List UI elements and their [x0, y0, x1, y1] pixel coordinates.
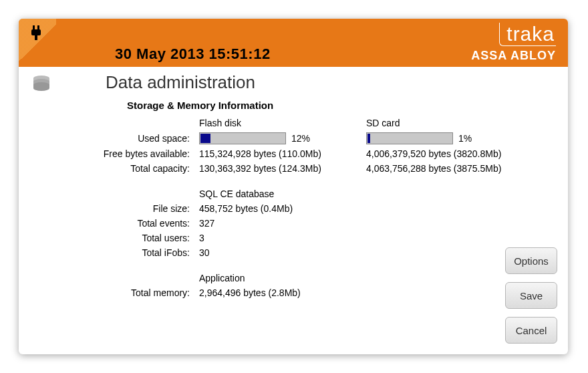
button-column: Options Save Cancel: [505, 247, 557, 344]
col-sd-header: SD card: [366, 118, 540, 128]
flash-progress: [199, 132, 286, 144]
total-ifobs-value: 30: [199, 247, 359, 258]
total-memory-label: Total memory:: [59, 287, 192, 298]
flash-free-value: 115,324,928 bytes (110.0Mb): [199, 148, 359, 159]
sd-used-pct: 1%: [458, 133, 472, 144]
total-events-label: Total events:: [59, 218, 192, 229]
svg-rect-3: [35, 35, 37, 40]
info-grid: Flash disk SD card Used space: 12% 1% Fr…: [59, 118, 555, 298]
brand-traka: traka: [499, 23, 556, 46]
plug-icon: [29, 25, 43, 44]
page-title: Data administration: [106, 72, 555, 93]
admin-window: 30 May 2013 15:51:12 traka ASSA ABLOY Da…: [19, 19, 568, 354]
page-subtitle: Storage & Memory Information: [127, 100, 555, 111]
total-users-value: 3: [199, 233, 359, 243]
total-capacity-label: Total capacity:: [59, 163, 192, 174]
db-heading: SQL CE database: [199, 189, 359, 199]
flash-progress-fill: [200, 134, 210, 143]
datetime: 30 May 2013 15:51:12: [115, 45, 271, 63]
total-memory-value: 2,964,496 bytes (2.8Mb): [199, 287, 359, 298]
sd-total-value: 4,063,756,288 bytes (3875.5Mb): [366, 163, 540, 174]
sd-progress: [366, 132, 453, 144]
file-size-label: File size:: [59, 203, 192, 214]
options-button[interactable]: Options: [505, 247, 557, 274]
sd-used-cell: 1%: [366, 132, 540, 144]
sd-free-value: 4,006,379,520 bytes (3820.8Mb): [366, 148, 540, 159]
file-size-value: 458,752 bytes (0.4Mb): [199, 203, 359, 214]
sd-progress-fill: [368, 134, 370, 143]
svg-rect-0: [33, 25, 35, 29]
save-button[interactable]: Save: [505, 282, 557, 309]
brand-block: traka ASSA ABLOY: [471, 23, 556, 63]
flash-used-cell: 12%: [199, 132, 359, 144]
used-space-label: Used space:: [59, 133, 192, 144]
col-flash-header: Flash disk: [199, 118, 359, 128]
cancel-button[interactable]: Cancel: [505, 317, 557, 344]
content: Data administration Storage & Memory Inf…: [19, 67, 568, 306]
brand-assa: ASSA ABLOY: [471, 49, 556, 63]
total-users-label: Total users:: [59, 233, 192, 243]
app-heading: Application: [199, 273, 359, 283]
total-events-value: 327: [199, 218, 359, 229]
database-icon: [32, 75, 51, 298]
header-bar: 30 May 2013 15:51:12 traka ASSA ABLOY: [19, 19, 568, 67]
flash-used-pct: 12%: [291, 133, 310, 144]
svg-rect-1: [37, 25, 39, 29]
svg-rect-2: [31, 29, 41, 35]
main: Data administration Storage & Memory Inf…: [59, 72, 555, 298]
total-ifobs-label: Total iFobs:: [59, 247, 192, 258]
flash-total-value: 130,363,392 bytes (124.3Mb): [199, 163, 359, 174]
free-bytes-label: Free bytes available:: [59, 148, 192, 159]
